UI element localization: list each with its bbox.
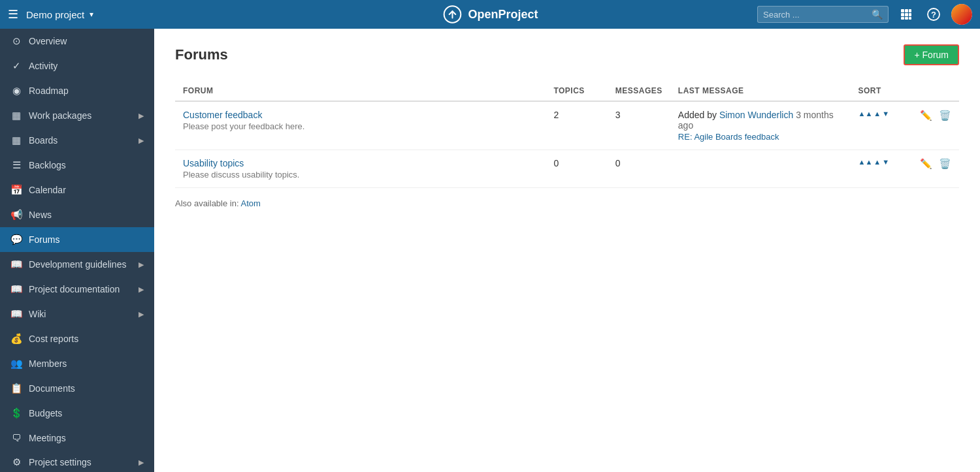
delete-icon[interactable]: 🗑️ — [939, 110, 951, 121]
col-forum-header: FORUM — [175, 81, 546, 101]
project-selector[interactable]: ☰ Demo project ▾ — [8, 7, 93, 22]
avatar-image — [951, 4, 972, 25]
calendar-nav-icon: 📅 — [10, 184, 22, 196]
sidebar-item-development-guidelines[interactable]: 📖 Development guidelines ▶ — [0, 252, 154, 277]
last-message-cell: Added by Simon Wunderlich 3 months ago R… — [670, 101, 851, 150]
wiki-nav-icon: 📖 — [10, 308, 22, 320]
atom-text: Also available in: — [175, 198, 239, 208]
forum-description: Please discuss usability topics. — [183, 170, 538, 180]
forum-name-link[interactable]: Customer feedback — [183, 110, 538, 120]
sort-up-button[interactable]: ▲ — [874, 110, 881, 118]
sidebar-item-wiki[interactable]: 📖 Wiki ▶ — [0, 302, 154, 326]
delete-icon[interactable]: 🗑️ — [939, 158, 951, 170]
sidebar-label-roadmap: Roadmap — [29, 86, 144, 96]
edit-icon[interactable]: ✏️ — [920, 110, 932, 121]
atom-link-line: Also available in: Atom — [175, 198, 959, 208]
avatar[interactable] — [951, 4, 972, 25]
budgets-nav-icon: 💲 — [10, 407, 22, 419]
hamburger-menu-icon[interactable]: ☰ — [8, 7, 18, 22]
sidebar-label-development-guidelines: Development guidelines — [29, 259, 132, 270]
app-name: OpenProject — [468, 8, 538, 22]
sort-up-button[interactable]: ▲ — [874, 158, 881, 166]
atom-link[interactable]: Atom — [240, 198, 260, 208]
sidebar-item-meetings[interactable]: 🗨 Meetings — [0, 426, 154, 450]
sort-down-button[interactable]: ▼ — [882, 110, 889, 118]
forum-cell: Usability topics Please discuss usabilit… — [175, 150, 546, 188]
sidebar-item-activity[interactable]: ✓ Activity — [0, 54, 154, 78]
sidebar-label-project-settings: Project settings — [29, 457, 132, 467]
sidebar-label-members: Members — [29, 358, 144, 369]
sidebar-label-documents: Documents — [29, 383, 144, 394]
roadmap-nav-icon: ◉ — [10, 85, 22, 97]
sidebar-label-cost-reports: Cost reports — [29, 334, 144, 344]
svg-rect-2 — [909, 9, 911, 12]
sidebar-item-cost-reports[interactable]: 💰 Cost reports — [0, 326, 154, 351]
col-messages-header: MESSAGES — [608, 81, 670, 101]
sidebar-item-project-documentation[interactable]: 📖 Project documentation ▶ — [0, 277, 154, 302]
sidebar-item-boards[interactable]: ▦ Boards ▶ — [0, 128, 154, 153]
top-navigation: ☰ Demo project ▾ OpenProject 🔍 — [0, 0, 980, 29]
last-msg-prefix: Added by — [678, 110, 719, 120]
backlogs-nav-icon: ☰ — [10, 159, 22, 171]
forums-nav-icon: 💬 — [10, 234, 22, 245]
sidebar-item-backlogs[interactable]: ☰ Backlogs — [0, 153, 154, 178]
search-box[interactable]: 🔍 — [757, 6, 889, 23]
sidebar: ⊙ Overview ✓ Activity ◉ Roadmap ▦ Work p… — [0, 29, 154, 472]
modules-button[interactable] — [896, 5, 916, 24]
sidebar-label-budgets: Budgets — [29, 408, 144, 418]
sidebar-item-overview[interactable]: ⊙ Overview — [0, 29, 154, 54]
add-forum-button[interactable]: + Forum — [904, 44, 959, 65]
sidebar-item-members[interactable]: 👥 Members — [0, 351, 154, 376]
sidebar-label-work-packages: Work packages — [29, 110, 132, 121]
boards-nav-icon: ▦ — [10, 134, 22, 146]
search-icon: 🔍 — [872, 9, 883, 20]
svg-text:?: ? — [931, 10, 936, 20]
svg-rect-8 — [909, 17, 911, 20]
svg-rect-7 — [905, 17, 908, 20]
app-logo: OpenProject — [442, 4, 538, 25]
page-header: Forums + Forum — [175, 44, 959, 65]
openproject-logo-icon — [442, 4, 463, 25]
sidebar-label-news: News — [29, 210, 144, 220]
project-chevron-icon: ▾ — [90, 10, 93, 19]
search-input[interactable] — [763, 10, 868, 20]
sidebar-item-documents[interactable]: 📋 Documents — [0, 376, 154, 401]
sidebar-arrow-wiki: ▶ — [139, 310, 144, 319]
edit-icon[interactable]: ✏️ — [920, 158, 932, 170]
sidebar-item-forums[interactable]: 💬 Forums — [0, 227, 154, 252]
sort-down-button[interactable]: ▼ — [882, 158, 889, 166]
last-msg-author[interactable]: Simon Wunderlich — [719, 110, 793, 120]
sidebar-label-backlogs: Backlogs — [29, 160, 144, 170]
actions-cell: ✏️ 🗑️ — [912, 101, 959, 150]
last-message-cell — [670, 150, 851, 188]
sidebar-item-budgets[interactable]: 💲 Budgets — [0, 401, 154, 426]
sidebar-arrow-boards: ▶ — [139, 136, 144, 145]
documents-nav-icon: 📋 — [10, 383, 22, 394]
last-msg-link[interactable]: RE: Agile Boards feedback — [678, 132, 843, 142]
sidebar-item-news[interactable]: 📢 News — [0, 202, 154, 227]
sidebar-item-project-settings[interactable]: ⚙ Project settings ▶ — [0, 450, 154, 472]
col-last-message-header: LAST MESSAGE — [670, 81, 851, 101]
main-layout: ⊙ Overview ✓ Activity ◉ Roadmap ▦ Work p… — [0, 29, 980, 472]
sidebar-item-calendar[interactable]: 📅 Calendar — [0, 178, 154, 202]
sort-arrows: ▲▲ ▲ ▼ — [858, 110, 904, 118]
sort-arrows: ▲▲ ▲ ▼ — [858, 158, 904, 166]
sort-top-button[interactable]: ▲▲ — [858, 158, 873, 166]
messages-cell: 0 — [608, 150, 670, 188]
sidebar-item-work-packages[interactable]: ▦ Work packages ▶ — [0, 103, 154, 128]
sidebar-item-roadmap[interactable]: ◉ Roadmap — [0, 78, 154, 103]
table-row: Customer feedback Please post your feedb… — [175, 101, 959, 150]
sidebar-label-overview: Overview — [29, 36, 144, 46]
forum-description: Please post your feedback here. — [183, 121, 538, 131]
sidebar-arrow-work-packages: ▶ — [139, 112, 144, 120]
svg-rect-1 — [905, 9, 908, 12]
sidebar-label-forums: Forums — [29, 234, 144, 245]
development-guidelines-nav-icon: 📖 — [10, 259, 22, 270]
sidebar-label-meetings: Meetings — [29, 433, 144, 443]
forum-name-link[interactable]: Usability topics — [183, 158, 538, 168]
help-button[interactable]: ? — [924, 5, 943, 24]
sidebar-label-project-documentation: Project documentation — [29, 284, 132, 294]
action-icons: ✏️ 🗑️ — [920, 110, 951, 121]
sidebar-arrow-project-settings: ▶ — [139, 458, 144, 467]
sort-top-button[interactable]: ▲▲ — [858, 110, 873, 118]
